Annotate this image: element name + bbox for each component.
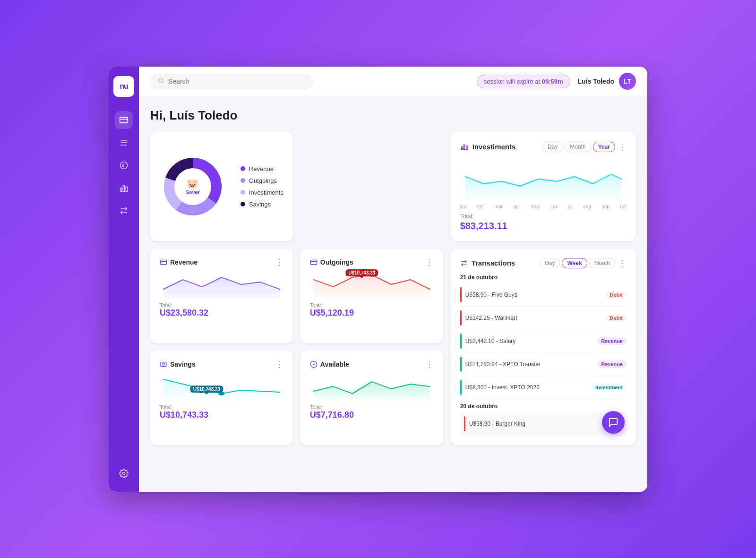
svg-rect-21 [160, 260, 166, 264]
topbar: session will expire at 09:59m Luís Toled… [139, 67, 647, 97]
savings-title-text: Savings [170, 361, 196, 368]
investments-chart [460, 158, 627, 200]
legend-outgoings-dot [241, 178, 245, 183]
month-mar: mar [494, 204, 502, 209]
investments-title: Investiments [460, 143, 516, 151]
month-jun: jun [550, 204, 557, 209]
legend-outgoings-label: Outgoings [249, 177, 277, 184]
tx-bar-red-1 [460, 287, 462, 302]
savings-more-btn[interactable]: ⋮ [275, 360, 284, 369]
sidebar-item-savings[interactable] [115, 156, 133, 174]
investments-day-btn[interactable]: Day [542, 142, 563, 152]
savings-badge: U$10,743.33 [190, 386, 223, 393]
month-may: may [531, 204, 540, 209]
tx-item-salary: U$3,442.10 - Salary Revenue [460, 330, 627, 353]
search-input[interactable] [168, 77, 306, 85]
svg-rect-6 [120, 188, 122, 192]
tx-item-fiveguys: U$58.90 - Five Guys Debit [460, 283, 627, 307]
revenue-total-label: Total: [160, 302, 284, 308]
investments-total-label: Total: [460, 213, 627, 220]
outgoings-title: Outgoings [310, 258, 353, 266]
donut-chart: 🐷 Saver [160, 154, 226, 220]
transactions-more-btn[interactable]: ⋮ [618, 259, 627, 267]
legend-savings: Savings [241, 201, 284, 208]
svg-rect-0 [120, 117, 128, 123]
tx-type-xpto: Revenue [597, 361, 627, 368]
transactions-title-text: Transactions [472, 259, 515, 267]
available-total-value: U$7,716.80 [310, 410, 434, 420]
legend-revenue: Revenue [241, 165, 284, 172]
tx-type-fiveguys: Debit [606, 291, 627, 299]
transactions-card: Transactions Day Week Month ⋮ 21 de outu… [451, 249, 636, 445]
outgoings-card: Outgoings ⋮ [301, 249, 443, 343]
revenue-chart [160, 270, 284, 299]
legend-revenue-dot [241, 166, 245, 171]
investments-header: Investiments Day Month Year ⋮ [460, 142, 627, 152]
content: Hi, Luís Toledo [139, 97, 647, 492]
svg-rect-17 [461, 147, 462, 150]
sidebar-item-transfer[interactable] [115, 202, 133, 220]
legend-investiments-dot [241, 190, 245, 195]
available-more-btn[interactable]: ⋮ [425, 360, 434, 369]
tx-item-invest: U$8,300 - Invest. XPTO 2026 Investment [460, 376, 627, 399]
tx-date-21: 21 de outubro [460, 274, 627, 281]
savings-total-value: U$10,743.33 [160, 410, 284, 420]
investments-more-btn[interactable]: ⋮ [618, 143, 627, 151]
investments-year-btn[interactable]: Year [593, 142, 615, 152]
search-box[interactable] [150, 74, 313, 89]
fab-button[interactable] [602, 411, 625, 434]
transactions-month-btn[interactable]: Month [589, 258, 615, 268]
sidebar: nu [109, 67, 139, 492]
outgoings-total-value: U$5,120.19 [310, 308, 434, 318]
svg-rect-7 [123, 186, 124, 192]
legend-investiments: Investiments [241, 189, 284, 196]
transactions-title: Transactions [460, 259, 515, 267]
sidebar-item-chart[interactable] [115, 179, 133, 197]
revenue-total-value: U$23,580.32 [160, 308, 284, 318]
available-card: Available ⋮ [301, 351, 443, 445]
revenue-more-btn[interactable]: ⋮ [275, 258, 284, 266]
transactions-day-btn[interactable]: Day [540, 258, 560, 268]
investments-card: Investiments Day Month Year ⋮ [451, 132, 636, 241]
tx-type-wallmart: Debit [606, 314, 627, 322]
svg-rect-8 [126, 187, 127, 191]
investments-title-text: Investiments [472, 143, 516, 151]
session-badge: session will expire at 09:59m [477, 75, 570, 88]
transactions-week-btn[interactable]: Week [562, 258, 587, 268]
legend: Revenue Outgoings Investiments Savi [241, 165, 284, 208]
donut-card: 🐷 Saver Revenue Outgoings [150, 132, 293, 241]
sidebar-item-cards[interactable] [115, 111, 133, 129]
investments-month-btn[interactable]: Month [565, 142, 591, 152]
sidebar-item-settings[interactable] [115, 464, 133, 482]
legend-savings-label: Savings [249, 201, 271, 208]
tx-desc-fiveguys: U$58.90 - Five Guys [465, 292, 602, 298]
user-name: Luís Toledo [578, 77, 615, 85]
tx-type-salary: Revenue [597, 337, 627, 345]
tx-bar-green-2 [460, 357, 462, 372]
tx-desc-xpto: U$11,783.94 - XPTO Transfer [465, 361, 594, 368]
svg-rect-24 [310, 260, 317, 264]
tx-bar-red-3 [464, 416, 465, 431]
outgoings-more-btn[interactable]: ⋮ [425, 258, 434, 266]
available-total-label: Total: [310, 404, 434, 410]
revenue-card: Revenue ⋮ [150, 249, 293, 343]
main-area: session will expire at 09:59m Luís Toled… [139, 67, 647, 492]
investments-period-btns: Day Month Year [542, 142, 615, 152]
month-oct: oct [620, 204, 627, 209]
revenue-title: Revenue [160, 258, 198, 266]
avatar: LT [619, 73, 636, 90]
outgoings-chart: U$10,743.33 [310, 270, 434, 299]
month-sep: sep [602, 204, 610, 209]
month-jan: jan [460, 204, 466, 209]
tx-desc-burgerking: U$58.90 - Burger King [469, 421, 599, 427]
available-chart [310, 372, 434, 401]
sidebar-item-list[interactable] [115, 134, 133, 152]
app-container: nu [109, 67, 647, 492]
svg-point-10 [159, 78, 163, 82]
tx-desc-salary: U$3,442.10 - Salary [465, 338, 594, 344]
investments-months: jan feb mar apr may jun jul aug sep oct [460, 204, 627, 209]
donut-label: Saver [186, 189, 200, 195]
tx-bar-green-1 [460, 334, 462, 349]
legend-revenue-label: Revenue [249, 165, 274, 172]
tx-item-wallmart: U$142.25 - Wallmart Debit [460, 307, 627, 330]
